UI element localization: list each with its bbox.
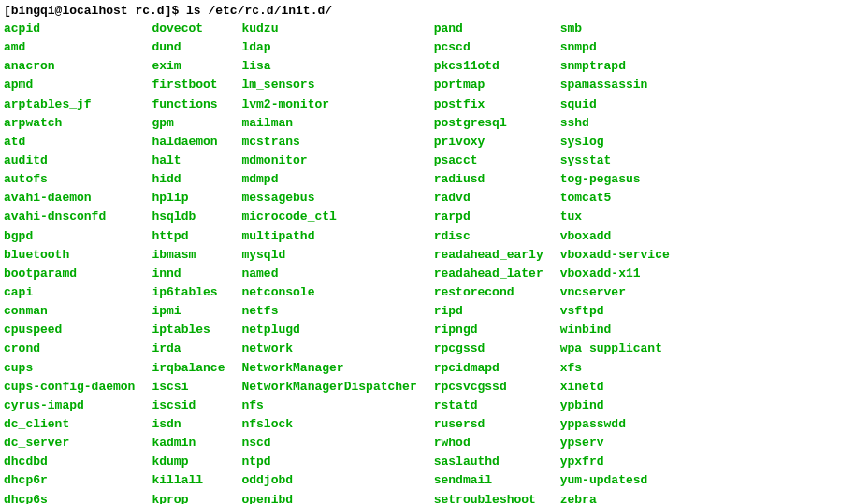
file-entry: mailman — [241, 114, 416, 133]
file-entry: kdump — [152, 453, 225, 471]
file-entry: ldap — [241, 38, 416, 57]
file-entry: rpcidmapd — [434, 359, 543, 378]
file-entry: crond — [4, 339, 135, 358]
file-entry: dc_client — [4, 415, 135, 434]
file-entry: functions — [152, 95, 225, 114]
file-entry: squid — [560, 95, 670, 114]
file-entry: rarpd — [434, 208, 543, 226]
file-entry: pcscd — [434, 38, 543, 57]
file-entry: irqbalance — [152, 359, 225, 378]
file-entry: rusersd — [434, 415, 543, 434]
shell-command: ls /etc/rc.d/init.d/ — [186, 4, 332, 18]
file-entry: arptables_jf — [4, 95, 135, 114]
file-entry: lisa — [241, 57, 416, 76]
file-entry: saslauthd — [434, 453, 543, 471]
file-entry: radvd — [434, 189, 543, 208]
shell-prompt: [bingqi@localhost rc.d]$ — [4, 4, 186, 18]
file-entry: dhcp6s — [4, 491, 135, 504]
file-entry: nfs — [241, 396, 416, 415]
file-entry: tog-pegasus — [560, 170, 670, 189]
file-entry: microcode_ctl — [241, 208, 416, 226]
file-entry: bluetooth — [4, 246, 135, 265]
file-entry: mcstrans — [241, 133, 416, 151]
file-entry: cyrus-imapd — [4, 396, 135, 415]
file-entry: vsftpd — [560, 302, 670, 321]
file-entry: vboxadd — [560, 227, 670, 246]
file-entry: arpwatch — [4, 114, 135, 133]
file-entry: mysqld — [241, 246, 416, 265]
file-entry: radiusd — [434, 170, 543, 189]
file-entry: ypbind — [560, 396, 670, 415]
listing-column: dovecotdundeximfirstbootfunctionsgpmhald… — [152, 20, 225, 504]
file-entry: ibmasm — [152, 246, 225, 265]
file-entry: kprop — [152, 491, 225, 504]
file-entry: conman — [4, 302, 135, 321]
file-entry: capi — [4, 283, 135, 302]
file-entry: smb — [560, 20, 670, 38]
file-entry: rpcgssd — [434, 339, 543, 358]
file-entry: irda — [152, 339, 225, 358]
file-entry: kudzu — [241, 20, 416, 38]
file-entry: postgresql — [434, 114, 543, 133]
file-entry: hidd — [152, 170, 225, 189]
file-entry: tux — [560, 208, 670, 226]
file-entry: exim — [152, 57, 225, 76]
file-entry: mdmpd — [241, 170, 416, 189]
file-entry: syslog — [560, 133, 670, 151]
file-entry: rdisc — [434, 227, 543, 246]
file-entry: cups-config-daemon — [4, 378, 135, 396]
directory-listing: acpidamdanacronapmdarptables_jfarpwatcha… — [4, 20, 851, 504]
file-entry: nscd — [241, 434, 416, 453]
file-entry: mdmonitor — [241, 151, 416, 170]
file-entry: isdn — [152, 415, 225, 434]
file-entry: halt — [152, 151, 225, 170]
file-entry: bgpd — [4, 227, 135, 246]
file-entry: nfslock — [241, 415, 416, 434]
file-entry: setroubleshoot — [434, 491, 543, 504]
file-entry: netfs — [241, 302, 416, 321]
file-entry: apmd — [4, 76, 135, 94]
file-entry: lvm2-monitor — [241, 95, 416, 114]
file-entry: dc_server — [4, 434, 135, 453]
file-entry: dund — [152, 38, 225, 57]
file-entry: firstboot — [152, 76, 225, 94]
file-entry: readahead_early — [434, 246, 543, 265]
file-entry: avahi-dnsconfd — [4, 208, 135, 226]
file-entry: iscsid — [152, 396, 225, 415]
file-entry: yum-updatesd — [560, 471, 670, 490]
file-entry: iscsi — [152, 378, 225, 396]
file-entry: pand — [434, 20, 543, 38]
file-entry: iptables — [152, 321, 225, 339]
file-entry: cpuspeed — [4, 321, 135, 339]
file-entry: snmpd — [560, 38, 670, 57]
file-entry: rstatd — [434, 396, 543, 415]
listing-column: kudzuldaplisalm_sensorslvm2-monitormailm… — [241, 20, 416, 504]
file-entry: innd — [152, 265, 225, 283]
file-entry: psacct — [434, 151, 543, 170]
file-entry: bootparamd — [4, 265, 135, 283]
file-entry: anacron — [4, 57, 135, 76]
file-entry: auditd — [4, 151, 135, 170]
file-entry: ripngd — [434, 321, 543, 339]
file-entry: ipmi — [152, 302, 225, 321]
file-entry: vncserver — [560, 283, 670, 302]
file-entry: killall — [152, 471, 225, 490]
file-entry: wpa_supplicant — [560, 339, 670, 358]
file-entry: netplugd — [241, 321, 416, 339]
file-entry: network — [241, 339, 416, 358]
file-entry: ip6tables — [152, 283, 225, 302]
file-entry: lm_sensors — [241, 76, 416, 94]
file-entry: xfs — [560, 359, 670, 378]
file-entry: dhcdbd — [4, 453, 135, 471]
file-entry: dovecot — [152, 20, 225, 38]
file-entry: sysstat — [560, 151, 670, 170]
file-entry: atd — [4, 133, 135, 151]
file-entry: hplip — [152, 189, 225, 208]
file-entry: readahead_later — [434, 265, 543, 283]
file-entry: kadmin — [152, 434, 225, 453]
file-entry: portmap — [434, 76, 543, 94]
file-entry: snmptrapd — [560, 57, 670, 76]
file-entry: tomcat5 — [560, 189, 670, 208]
file-entry: ypxfrd — [560, 453, 670, 471]
file-entry: autofs — [4, 170, 135, 189]
